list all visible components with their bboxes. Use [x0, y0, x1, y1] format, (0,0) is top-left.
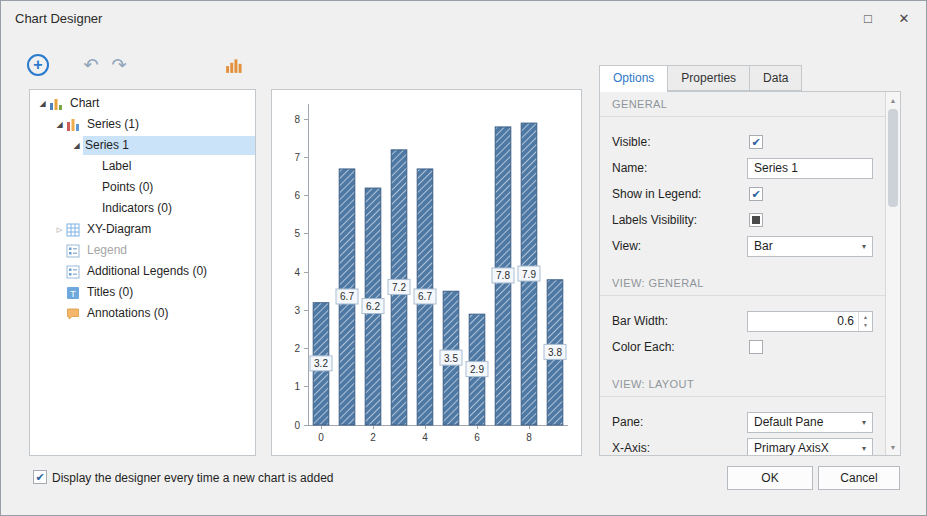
grid-icon [66, 223, 82, 237]
expander-expanded-icon[interactable]: ◢ [53, 120, 66, 129]
tab-data[interactable]: Data [749, 65, 802, 91]
tree-item-annotations-0[interactable]: Annotations (0) [30, 303, 255, 324]
bar-label: 2.9 [466, 362, 488, 377]
chart-type-button[interactable] [223, 53, 245, 77]
tree-item-label: Titles (0) [85, 283, 139, 302]
scroll-down-icon[interactable]: ▼ [886, 440, 900, 454]
options-panel: GENERALVisible:✔Name:Series 1Show in Leg… [599, 91, 901, 456]
bar-label: 7.8 [492, 268, 514, 283]
tree-item-indicators-0[interactable]: Indicators (0) [30, 198, 255, 219]
undo-button[interactable]: ↶ [79, 54, 103, 76]
checkbox[interactable]: ✔ [749, 187, 763, 201]
check-icon: ✔ [35, 472, 44, 483]
spin-up-icon[interactable]: ▲ [863, 314, 868, 320]
tree-item-label: Label [100, 157, 137, 176]
add-chart-element-button[interactable]: + [27, 54, 49, 76]
property-row: Visible:✔ [612, 129, 873, 155]
tree-item-additional-legends-0[interactable]: Additional Legends (0) [30, 261, 255, 282]
svg-text:7.2: 7.2 [392, 282, 406, 293]
property-control [747, 340, 873, 354]
svg-text:7: 7 [294, 152, 300, 163]
panel-scrollbar[interactable]: ▲ ▼ [885, 92, 900, 455]
section-header: VIEW: GENERAL [600, 275, 885, 296]
svg-text:T: T [70, 288, 76, 298]
property-control: Bar▾ [747, 236, 873, 257]
svg-text:2.9: 2.9 [470, 364, 484, 375]
expander-collapsed-icon[interactable]: ▷ [53, 226, 66, 234]
svg-text:6: 6 [474, 432, 480, 443]
tree-item-legend[interactable]: Legend [30, 240, 255, 261]
tree-item-chart[interactable]: ◢Chart [30, 93, 255, 114]
property-control: 0.6▲▼ [747, 311, 873, 332]
tree-item-xy-diagram[interactable]: ▷XY-Diagram [30, 219, 255, 240]
property-label: X-Axis: [612, 441, 747, 455]
tree-item-series-1[interactable]: ◢Series (1) [30, 114, 255, 135]
expander-expanded-icon[interactable]: ◢ [70, 141, 83, 150]
expander-expanded-icon[interactable]: ◢ [36, 99, 49, 108]
title-bar: Chart Designer □ ✕ [1, 1, 926, 37]
property-label: Name: [612, 161, 747, 175]
redo-arrow-icon: ↷ [111, 54, 126, 76]
svg-text:6: 6 [294, 190, 300, 201]
maximize-button[interactable]: □ [850, 5, 886, 32]
spin-down-icon[interactable]: ▼ [863, 322, 868, 328]
svg-text:2: 2 [370, 432, 376, 443]
indeterminate-mark [752, 216, 760, 224]
dropdown[interactable]: Primary AxisX▾ [747, 438, 873, 456]
annotation-icon [66, 307, 82, 321]
section-header: VIEW: LAYOUT [600, 376, 885, 397]
property-row: View:Bar▾ [612, 233, 873, 259]
tree-item-label: Points (0) [100, 178, 159, 197]
tree-item-label: XY-Diagram [85, 220, 157, 239]
tree-item-titles-0[interactable]: TTitles (0) [30, 282, 255, 303]
tab-options[interactable]: Options [599, 65, 668, 92]
chart-preview: 012345678024683.26.76.27.26.73.52.97.87.… [271, 89, 582, 456]
chart-columns-icon [225, 56, 243, 74]
property-control [747, 213, 873, 227]
tab-properties[interactable]: Properties [667, 65, 750, 91]
legend-icon [66, 265, 82, 279]
scroll-up-icon[interactable]: ▲ [886, 93, 900, 107]
window-title: Chart Designer [15, 11, 102, 26]
svg-text:2: 2 [294, 343, 300, 354]
cancel-button[interactable]: Cancel [818, 466, 900, 490]
property-row: Show in Legend:✔ [612, 181, 873, 207]
tree-item-series-1[interactable]: ◢Series 1 [30, 135, 255, 156]
checkbox[interactable]: ✔ [749, 135, 763, 149]
svg-text:3.2: 3.2 [314, 358, 328, 369]
svg-text:0: 0 [318, 432, 324, 443]
property-control: Primary AxisX▾ [747, 438, 873, 456]
spinner[interactable]: 0.6▲▼ [747, 311, 873, 332]
checkbox[interactable] [749, 340, 763, 354]
title-icon: T [66, 286, 82, 300]
text-input[interactable]: Series 1 [747, 158, 873, 179]
display-designer-checkbox[interactable]: ✔ [33, 470, 47, 484]
svg-text:6.2: 6.2 [366, 301, 380, 312]
svg-text:3: 3 [294, 305, 300, 316]
property-row: Labels Visibility: [612, 207, 873, 233]
dropdown[interactable]: Default Pane▾ [747, 412, 873, 433]
ok-button[interactable]: OK [727, 466, 813, 490]
bar-chart-svg[interactable]: 012345678024683.26.76.27.26.73.52.97.87.… [272, 90, 581, 455]
tree-item-label[interactable]: Label [30, 156, 255, 177]
undo-arrow-icon: ↶ [83, 54, 98, 76]
svg-text:5: 5 [294, 228, 300, 239]
series-icon [66, 118, 82, 132]
svg-text:3.5: 3.5 [444, 353, 458, 364]
dropdown[interactable]: Bar▾ [747, 236, 873, 257]
svg-text:3.8: 3.8 [548, 347, 562, 358]
tree-item-label: Annotations (0) [85, 304, 174, 323]
svg-text:4: 4 [422, 432, 428, 443]
bar-label: 7.9 [518, 266, 540, 281]
scrollbar-thumb[interactable] [888, 109, 898, 207]
display-designer-label: Display the designer every time a new ch… [52, 471, 333, 485]
close-button[interactable]: ✕ [886, 5, 922, 32]
property-row: Pane:Default Pane▾ [612, 409, 873, 435]
property-row: Color Each: [612, 334, 873, 360]
checkbox-indeterminate[interactable] [749, 213, 763, 227]
property-control: ✔ [747, 135, 873, 149]
property-row: X-Axis:Primary AxisX▾ [612, 435, 873, 455]
redo-button[interactable]: ↷ [107, 54, 131, 76]
tree-item-points-0[interactable]: Points (0) [30, 177, 255, 198]
window-buttons: □ ✕ [850, 5, 922, 32]
